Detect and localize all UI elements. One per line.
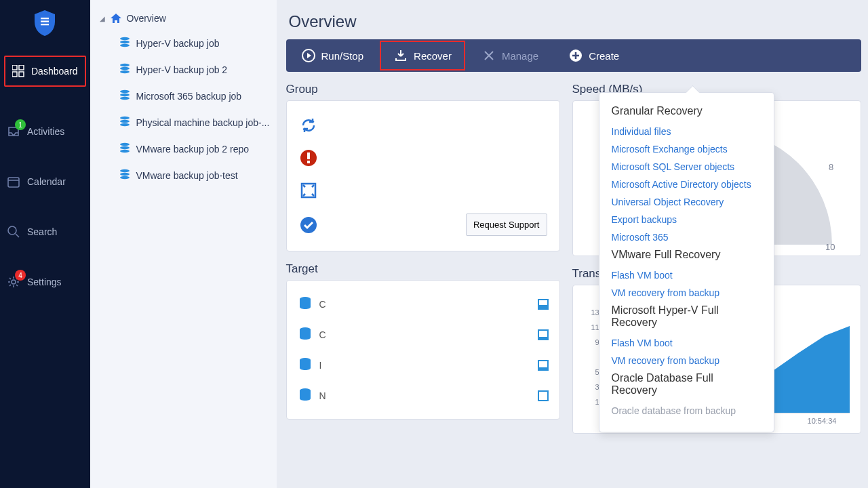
tree-item[interactable]: Hyper-V backup job 2 [94, 56, 273, 83]
run-stop-button[interactable]: Run/Stop [286, 39, 379, 72]
check-circle-icon [299, 216, 318, 235]
dropdown-link[interactable]: VM recovery from backup [612, 352, 762, 369]
recover-button[interactable]: Recover [380, 41, 465, 70]
svg-point-20 [120, 97, 130, 100]
svg-line-10 [16, 234, 19, 237]
stack-icon [119, 62, 131, 77]
group-panel-title: Group [286, 83, 560, 96]
nav-activities[interactable]: 1 Activities [0, 117, 90, 146]
tree-item[interactable]: Hyper-V backup job [94, 30, 273, 56]
tree-item[interactable]: Microsoft 365 backup job [94, 83, 273, 109]
download-icon [393, 48, 408, 63]
svg-point-16 [120, 67, 130, 70]
dropdown-link[interactable]: Microsoft SQL Server objects [612, 158, 762, 176]
target-label: I [319, 360, 322, 371]
svg-rect-2 [41, 24, 49, 25]
svg-point-25 [120, 146, 130, 149]
dropdown-link[interactable]: Microsoft 365 [612, 228, 762, 246]
tree-item[interactable]: VMware backup job 2 repo [94, 136, 273, 162]
tree-item[interactable]: VMware backup job-test [94, 162, 273, 188]
svg-rect-7 [8, 178, 19, 187]
dropdown-link[interactable]: VM recovery from backup [612, 284, 762, 302]
nav-settings[interactable]: 4 Settings [0, 267, 90, 297]
dropdown-link[interactable]: Flash VM boot [612, 334, 762, 352]
svg-point-29 [120, 176, 130, 179]
nav-calendar[interactable]: Calendar [0, 167, 90, 197]
svg-rect-5 [12, 72, 17, 77]
database-icon [298, 357, 313, 373]
usage-indicator [538, 299, 549, 310]
group-row-running [295, 109, 551, 142]
btn-label: Create [589, 50, 619, 62]
svg-point-12 [120, 37, 130, 40]
badge: 4 [15, 270, 26, 281]
play-icon [301, 48, 316, 63]
target-row: N [295, 380, 551, 411]
target-row: I [295, 350, 551, 380]
svg-rect-4 [19, 65, 24, 70]
svg-point-24 [120, 143, 130, 146]
target-label: C [319, 329, 326, 340]
page-title: Overview [289, 12, 859, 31]
database-icon [298, 387, 313, 404]
dropdown-section-title: Granular Recovery [612, 105, 762, 117]
group-row-failed [295, 142, 551, 174]
stack-icon [119, 115, 131, 129]
database-icon [298, 326, 313, 343]
svg-point-19 [120, 94, 130, 96]
dropdown-link[interactable]: Flash VM boot [612, 266, 762, 284]
stack-icon [119, 142, 131, 156]
tree-item-label: VMware backup job-test [136, 170, 238, 181]
svg-text:10:54:34: 10:54:34 [807, 417, 836, 425]
nav-label: Calendar [27, 176, 66, 187]
nav-search[interactable]: Search [0, 217, 90, 247]
svg-point-9 [8, 226, 16, 235]
main-area: Overview Run/Stop Recover Manage Create [277, 0, 869, 488]
svg-point-27 [120, 169, 130, 172]
calendar-icon [7, 175, 20, 188]
tools-icon [481, 48, 496, 63]
svg-point-28 [120, 173, 130, 176]
group-row-ok: Request Support [295, 207, 551, 243]
manage-button[interactable]: Manage [467, 39, 553, 72]
nav-dashboard[interactable]: Dashboard [4, 56, 86, 87]
request-support-button[interactable]: Request Support [466, 214, 547, 236]
action-toolbar: Run/Stop Recover Manage Create [286, 39, 861, 72]
nav-rail: Dashboard 1 Activities Calendar Search 4… [0, 0, 90, 488]
search-icon [7, 225, 20, 239]
group-panel: Request Support [286, 100, 560, 251]
target-panel: CCIN [286, 280, 560, 420]
svg-rect-6 [19, 72, 24, 77]
nav-label: Settings [27, 277, 62, 287]
dropdown-link[interactable]: Microsoft Exchange objects [612, 140, 762, 158]
recover-dropdown: Granular RecoveryIndividual filesMicroso… [599, 92, 774, 432]
svg-point-13 [120, 41, 130, 43]
svg-point-11 [12, 280, 16, 284]
dropdown-link[interactable]: Individual files [612, 123, 762, 140]
target-label: N [319, 390, 326, 401]
dropdown-link[interactable]: Microsoft Active Directory objects [612, 176, 762, 193]
tree-item[interactable]: Physical machine backup job-... [94, 109, 273, 136]
chevron-down-icon: ◢ [100, 15, 105, 22]
nav-label: Dashboard [31, 66, 78, 77]
target-row: C [295, 289, 551, 319]
tree-item-label: Microsoft 365 backup job [136, 91, 242, 102]
tree-item-label: Hyper-V backup job [136, 38, 220, 49]
dropdown-link[interactable]: Export backups [612, 211, 762, 228]
svg-point-18 [120, 90, 130, 93]
target-row: C [295, 319, 551, 350]
svg-point-22 [120, 120, 130, 123]
dropdown-section-title: Microsoft Hyper-V Full Recovery [612, 304, 762, 329]
tree-root-label: Overview [127, 13, 166, 24]
target-panel-title: Target [286, 262, 560, 276]
svg-text:8: 8 [829, 162, 833, 172]
svg-rect-33 [307, 152, 310, 159]
dropdown-link[interactable]: Universal Object Recovery [612, 193, 762, 211]
create-button[interactable]: Create [553, 39, 634, 72]
tree-root[interactable]: ◢ Overview [94, 7, 273, 30]
tree-item-label: VMware backup job 2 repo [136, 144, 250, 155]
svg-point-14 [120, 44, 130, 47]
stack-icon [119, 89, 131, 103]
badge: 1 [15, 119, 26, 130]
home-icon [109, 12, 123, 24]
